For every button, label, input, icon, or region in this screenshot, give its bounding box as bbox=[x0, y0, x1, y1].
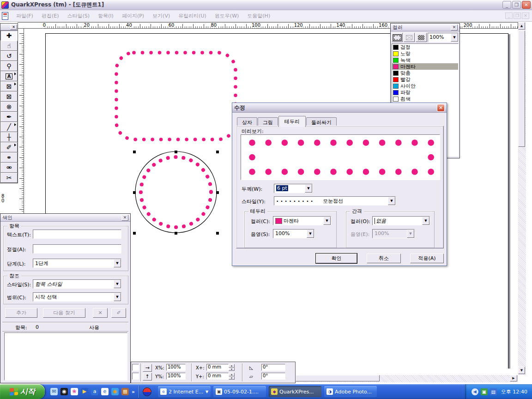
orthogonal-line-tool[interactable]: ┼ bbox=[0, 132, 18, 142]
skew-input[interactable]: 0° bbox=[261, 373, 285, 380]
color-row-8[interactable]: 흰색 bbox=[392, 96, 458, 102]
menu-item-8[interactable]: 도움말(H) bbox=[247, 12, 270, 19]
color-row-6[interactable]: 사이안 bbox=[392, 83, 458, 89]
zoom-tool[interactable]: ⚲ bbox=[0, 61, 18, 71]
sort-input[interactable] bbox=[33, 244, 121, 254]
ref-style-combo[interactable]: 항목 스타일 ▼ bbox=[33, 279, 121, 289]
y-scale-input[interactable]: 100% bbox=[166, 373, 186, 380]
color-row-4[interactable]: 맞춤 bbox=[392, 70, 458, 76]
restore-button[interactable]: ❐ bbox=[512, 1, 521, 9]
chevron-down-icon[interactable]: ▼ bbox=[305, 184, 312, 193]
flip-vertical-button[interactable]: ↑ bbox=[143, 373, 152, 381]
chevron-down-icon[interactable]: ▼ bbox=[451, 33, 458, 42]
add-button[interactable]: 추가 bbox=[5, 308, 37, 318]
internet-explorer-icon[interactable]: e bbox=[101, 388, 109, 395]
quark-app-icon[interactable]: ◉ bbox=[60, 388, 68, 395]
menu-item-5[interactable]: 보기(V) bbox=[152, 12, 170, 19]
tool-palette-close-icon[interactable]: ✕ bbox=[10, 24, 17, 30]
modify-dialog-close-button[interactable]: ✕ bbox=[437, 104, 445, 112]
chevron-down-icon[interactable]: ▼ bbox=[388, 197, 395, 205]
menu-item-1[interactable]: 편집(E) bbox=[42, 12, 59, 19]
color-row-1[interactable]: 노랑 bbox=[392, 50, 458, 57]
tray-chevron-icon[interactable]: ◀ bbox=[472, 388, 478, 395]
flip-horizontal-button[interactable]: → bbox=[143, 364, 152, 372]
scroll-right-button[interactable]: ▶ bbox=[510, 375, 517, 381]
chevron-down-icon[interactable]: ▼ bbox=[307, 230, 314, 238]
scope-combo[interactable]: 시작 선택 ▼ bbox=[33, 292, 121, 302]
style-combo[interactable]: ••••••••• 모눈점선 ▼ bbox=[274, 196, 396, 206]
line-tool[interactable]: ╱ bbox=[0, 122, 18, 132]
start-button[interactable]: 시작 bbox=[0, 384, 45, 399]
chevron-down-icon[interactable]: ▼ bbox=[323, 217, 331, 225]
chevron-down-icon[interactable]: ▼ bbox=[422, 217, 429, 225]
menu-item-7[interactable]: 윈도우(W) bbox=[215, 12, 239, 19]
ok-button[interactable]: 확인 bbox=[316, 254, 357, 263]
color-row-2[interactable]: 녹색 bbox=[392, 57, 458, 63]
horizontal-scroll-thumb[interactable] bbox=[296, 375, 380, 381]
network-icon[interactable]: ▣ bbox=[481, 388, 488, 395]
tab-2[interactable]: 테두리 bbox=[278, 116, 306, 127]
x-offset-spinner[interactable]: ▲▼ bbox=[229, 364, 235, 371]
find-next-button[interactable]: 다음 찾기 bbox=[43, 308, 85, 318]
chevron-down-icon[interactable]: ▼ bbox=[114, 293, 121, 301]
unlinking-tool[interactable]: ⚮ bbox=[0, 163, 18, 173]
minimize-button[interactable]: _ bbox=[502, 1, 511, 9]
apply-button[interactable]: 적용(A) bbox=[410, 254, 444, 263]
media-player-icon[interactable]: ▶ bbox=[81, 388, 88, 395]
menu-item-6[interactable]: 유틸리티(U) bbox=[178, 12, 206, 19]
rotation-tool[interactable]: ↺ bbox=[0, 51, 18, 61]
acrobat-icon[interactable]: a bbox=[91, 388, 98, 395]
player-icon[interactable]: ◉ bbox=[111, 388, 119, 395]
bezier-picture-box-tool[interactable]: ✒ bbox=[0, 112, 18, 122]
delete-button[interactable]: ✕ bbox=[93, 308, 108, 318]
overflow-chevron-icon[interactable]: » bbox=[132, 389, 135, 395]
close-button[interactable]: ✕ bbox=[522, 1, 531, 9]
scroll-down-button[interactable]: ▼ bbox=[518, 367, 525, 374]
task-button-3[interactable]: ◑Adobe Photo... bbox=[324, 386, 377, 397]
task-button-0[interactable]: e2 Internet E...▼ bbox=[158, 386, 211, 397]
y-offset-input[interactable]: 0 mm bbox=[206, 373, 229, 380]
scissors-tool[interactable]: ✂ bbox=[0, 173, 18, 183]
menu-item-3[interactable]: 항목(I) bbox=[98, 12, 114, 19]
text-box-tool[interactable]: A bbox=[0, 71, 18, 81]
rectangle-picture-box-tool[interactable]: ⊠ bbox=[0, 81, 18, 91]
background-mode-button[interactable] bbox=[416, 33, 427, 42]
menu-item-0[interactable]: 파일(F) bbox=[16, 12, 33, 19]
frame-shade-combo[interactable]: 100% ▼ bbox=[273, 229, 314, 238]
gap-color-combo[interactable]: 없음 ▼ bbox=[372, 216, 430, 225]
contents-mode-button[interactable] bbox=[404, 33, 415, 42]
color-row-0[interactable]: 검정 bbox=[392, 44, 458, 50]
flower-icon[interactable]: ❀ bbox=[71, 388, 78, 395]
modify-dialog-titlebar[interactable]: 수정 ✕ bbox=[232, 103, 447, 113]
level-combo[interactable]: 1단계 ▼ bbox=[33, 259, 121, 268]
rounded-picture-box-tool[interactable]: ⊠ bbox=[0, 91, 18, 102]
x-scale-input[interactable]: 100% bbox=[166, 364, 186, 371]
scroll-up-button[interactable]: ▲ bbox=[518, 22, 525, 30]
korean-ime-icon[interactable] bbox=[143, 387, 151, 396]
color-row-7[interactable]: 파랑 bbox=[392, 89, 458, 96]
item-tool[interactable]: ✚ bbox=[0, 30, 18, 41]
index-entries-list[interactable] bbox=[4, 332, 127, 381]
chevron-down-icon[interactable]: ▼ bbox=[114, 259, 121, 267]
display-icon[interactable]: ▤ bbox=[490, 388, 497, 395]
frame-mode-button[interactable] bbox=[392, 33, 403, 42]
menu-item-4[interactable]: 페이지(P) bbox=[122, 12, 144, 19]
frame-color-combo[interactable]: 마젠타 ▼ bbox=[273, 216, 331, 225]
text-path-tool[interactable]: ✐ bbox=[0, 142, 18, 152]
picture-icon[interactable]: ▦ bbox=[121, 388, 129, 395]
index-palette-close-icon[interactable]: ✕ bbox=[121, 215, 128, 221]
mail-icon[interactable]: ✉ bbox=[50, 388, 58, 395]
rotation-input[interactable]: 0° bbox=[261, 364, 285, 371]
cancel-button[interactable]: 취소 bbox=[367, 254, 401, 263]
vertical-scroll-thumb[interactable] bbox=[518, 30, 525, 147]
width-combo[interactable]: 6 pt ▼ bbox=[274, 184, 313, 193]
vertical-scrollbar[interactable]: ▲ ▼ bbox=[518, 22, 526, 375]
menu-item-2[interactable]: 스타일(S) bbox=[67, 12, 90, 19]
shade-combo[interactable]: 100% ▼ bbox=[428, 33, 459, 42]
colors-palette-close-icon[interactable]: ✕ bbox=[451, 24, 458, 30]
task-button-2[interactable]: ◆QuarkXPres... bbox=[269, 386, 321, 397]
y-offset-spinner[interactable]: ▲▼ bbox=[229, 373, 235, 380]
task-button-1[interactable]: ▣05-09-02-1.... bbox=[213, 386, 266, 397]
oval-picture-box-tool[interactable]: ⊗ bbox=[0, 102, 18, 112]
color-row-5[interactable]: 빨강 bbox=[392, 76, 458, 83]
